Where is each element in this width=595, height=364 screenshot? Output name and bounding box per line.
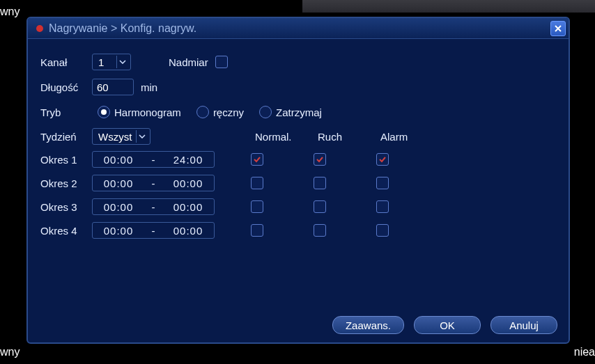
- period2-label: Okres 2: [40, 177, 92, 189]
- dropdown-arrow-icon: [136, 130, 147, 143]
- period3-label: Okres 3: [40, 201, 92, 213]
- length-input[interactable]: 60: [92, 79, 134, 95]
- bg-label-bottom-left: wny: [0, 346, 20, 358]
- dash-icon: -: [148, 177, 158, 189]
- dialog-title: Nagrywanie > Konfig. nagryw.: [49, 22, 196, 35]
- mode-option-schedule[interactable]: Harmonogram: [98, 106, 181, 118]
- advanced-button[interactable]: Zaawans.: [332, 316, 404, 334]
- period3-alarm-checkbox[interactable]: [376, 200, 389, 213]
- period3-motion-checkbox[interactable]: [314, 200, 326, 213]
- length-label: Długość: [40, 81, 92, 93]
- redundancy-label: Nadmiar: [169, 56, 208, 68]
- svg-point-0: [36, 25, 43, 32]
- period1-normal-checkbox[interactable]: [251, 153, 263, 166]
- radio-manual[interactable]: [196, 106, 209, 118]
- period4-alarm-checkbox[interactable]: [376, 224, 389, 237]
- dialog-content: Kanał 1 Nadmiar Długość 60 min Tryb: [28, 39, 569, 252]
- mode-label: Tryb: [40, 106, 92, 118]
- col-alarm: Alarm: [380, 131, 443, 143]
- week-value: Wszyst: [98, 131, 133, 143]
- close-button[interactable]: [550, 21, 566, 36]
- period4-normal-checkbox[interactable]: [251, 224, 263, 237]
- week-select[interactable]: Wszyst: [92, 128, 150, 145]
- mode-schedule-label: Harmonogram: [114, 106, 181, 118]
- row-mode: Tryb Harmonogram ręczny Zatrzymaj: [40, 103, 556, 121]
- cancel-button[interactable]: Anuluj: [490, 316, 557, 334]
- row-channel: Kanał 1 Nadmiar: [40, 53, 556, 71]
- period1-label: Okres 1: [40, 154, 92, 166]
- period2-end: 00:00: [168, 177, 208, 189]
- row-week-headers: Tydzień Wszyst Normal. Ruch Alarm: [40, 128, 556, 145]
- radio-stop[interactable]: [259, 106, 272, 118]
- period2-normal-checkbox[interactable]: [251, 177, 263, 189]
- col-normal: Normal.: [255, 131, 318, 143]
- period3-start: 00:00: [98, 201, 139, 213]
- dash-icon: -: [148, 201, 158, 213]
- period2-time[interactable]: 00:00 - 00:00: [92, 175, 215, 191]
- week-label: Tydzień: [40, 131, 92, 143]
- mode-stop-label: Zatrzymaj: [276, 106, 322, 118]
- period4-motion-checkbox[interactable]: [314, 224, 326, 237]
- titlebar: Nagrywanie > Konfig. nagryw.: [28, 18, 569, 39]
- bg-camera-strip: [302, 0, 595, 13]
- dash-icon: -: [148, 154, 158, 166]
- channel-value: 1: [98, 56, 114, 68]
- channel-label: Kanał: [40, 56, 92, 68]
- period-row-1: Okres 1 00:00 - 24:00: [40, 150, 556, 168]
- period-row-4: Okres 4 00:00 - 00:00: [40, 221, 556, 239]
- period4-end: 00:00: [168, 225, 208, 237]
- record-config-dialog: Nagrywanie > Konfig. nagryw. Kanał 1 Nad…: [26, 17, 570, 344]
- period1-end: 24:00: [168, 154, 208, 166]
- channel-select[interactable]: 1: [92, 54, 131, 70]
- dash-icon: -: [148, 225, 158, 237]
- period1-alarm-checkbox[interactable]: [376, 153, 389, 166]
- mode-manual-label: ręczny: [213, 106, 244, 118]
- period4-time[interactable]: 00:00 - 00:00: [92, 222, 215, 239]
- period3-time[interactable]: 00:00 - 00:00: [92, 198, 215, 215]
- period3-normal-checkbox[interactable]: [251, 200, 263, 213]
- col-motion: Ruch: [318, 131, 380, 143]
- ok-button[interactable]: OK: [414, 316, 481, 334]
- period1-time[interactable]: 00:00 - 24:00: [92, 151, 215, 168]
- length-unit: min: [141, 81, 157, 93]
- mode-option-manual[interactable]: ręczny: [196, 106, 244, 118]
- mode-option-stop[interactable]: Zatrzymaj: [259, 106, 322, 118]
- period1-start: 00:00: [98, 154, 139, 166]
- bg-label-bottom-right: niea: [574, 346, 595, 358]
- period3-end: 00:00: [168, 201, 208, 213]
- period4-label: Okres 4: [40, 225, 92, 237]
- radio-schedule[interactable]: [98, 106, 110, 118]
- period2-start: 00:00: [98, 177, 139, 189]
- period4-start: 00:00: [98, 225, 139, 237]
- dialog-footer: Zaawans. OK Anuluj: [332, 316, 557, 334]
- redundancy-group: Nadmiar: [169, 56, 228, 68]
- period-row-2: Okres 2 00:00 - 00:00: [40, 174, 556, 192]
- dropdown-arrow-icon: [116, 56, 128, 68]
- period2-motion-checkbox[interactable]: [314, 177, 326, 189]
- period2-alarm-checkbox[interactable]: [376, 177, 389, 189]
- period-row-3: Okres 3 00:00 - 00:00: [40, 198, 556, 216]
- bg-label-top-left: wny: [0, 6, 20, 18]
- row-length: Długość 60 min: [40, 78, 556, 96]
- record-icon: [35, 24, 45, 33]
- length-value: 60: [97, 81, 109, 93]
- period1-motion-checkbox[interactable]: [314, 153, 326, 166]
- redundancy-checkbox[interactable]: [215, 56, 228, 68]
